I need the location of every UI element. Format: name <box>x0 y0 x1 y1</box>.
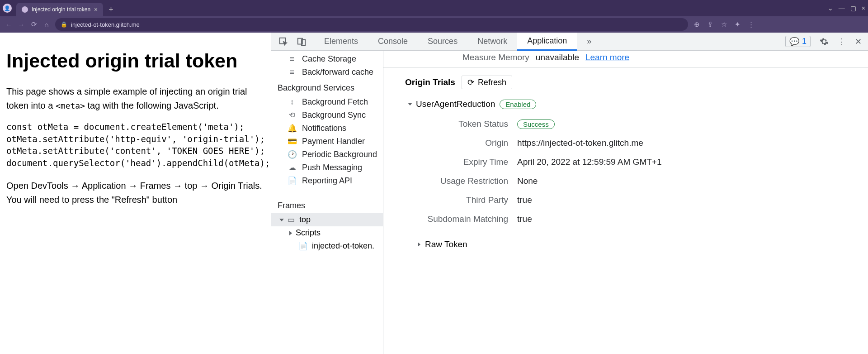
refresh-icon: ⟳ <box>467 77 474 87</box>
sidebar-group-bg: Background Services <box>271 79 383 96</box>
forward-icon[interactable]: → <box>17 21 25 29</box>
triangle-down-icon <box>279 219 284 221</box>
sidebar-label: Back/forward cache <box>302 67 373 77</box>
share-icon[interactable]: ⇪ <box>706 20 714 29</box>
sidebar-label: Payment Handler <box>302 137 365 146</box>
titlebar: 👤 Injected origin trial token × + ⌄ — ▢ … <box>0 0 868 16</box>
sidebar-label: Reporting API <box>302 176 352 186</box>
omnibox[interactable]: 🔒 injected-ot-token.glitch.me <box>55 18 688 31</box>
learn-more-link[interactable]: Learn more <box>585 53 629 62</box>
sidebar-label: Push Messaging <box>302 163 362 172</box>
close-devtools-icon[interactable]: ✕ <box>855 37 862 47</box>
back-icon[interactable]: ← <box>5 21 13 29</box>
subdomain-label: Subdomain Matching <box>409 214 517 224</box>
page-content: Injected origin trial token This page sh… <box>0 33 271 354</box>
home-icon[interactable]: ⌂ <box>42 21 51 29</box>
menu-icon[interactable]: ⋮ <box>747 20 755 29</box>
sidebar-bg-fetch[interactable]: ↕Background Fetch <box>271 96 383 109</box>
tab-sources[interactable]: Sources <box>418 33 467 50</box>
triangle-right-icon <box>289 231 292 235</box>
sidebar-label: Cache Storage <box>302 54 356 64</box>
sidebar-label: Background Sync <box>302 110 366 120</box>
window-controls: ⌄ — ▢ × <box>828 5 865 12</box>
sidebar-notifications[interactable]: 🔔Notifications <box>271 122 383 135</box>
tab-application[interactable]: Application <box>517 33 577 51</box>
origin-label: Origin <box>409 138 517 148</box>
application-sidebar: ≡Cache Storage ≡Back/forward cache Backg… <box>271 51 383 354</box>
intro-text-2: tag with the following JavaScript. <box>85 100 219 110</box>
triangle-down-icon <box>408 103 412 105</box>
sidebar-file[interactable]: 📄 injected-ot-token. <box>271 239 383 253</box>
sidebar-label: Periodic Background <box>302 150 377 159</box>
clock-icon: 🕑 <box>288 150 297 159</box>
origin-trials-heading: Origin Trials <box>405 77 455 87</box>
device-toggle-icon[interactable] <box>297 37 307 47</box>
gear-icon[interactable] <box>820 37 829 46</box>
trial-row[interactable]: UserAgentReduction Enabled <box>383 92 868 114</box>
browser-tab[interactable]: Injected origin trial token × <box>16 3 103 16</box>
kebab-icon[interactable]: ⋮ <box>838 37 846 47</box>
new-tab-button[interactable]: + <box>108 5 113 14</box>
usage-value: None <box>517 176 538 186</box>
file-icon: 📄 <box>298 241 307 251</box>
tab-network[interactable]: Network <box>467 33 517 50</box>
devtools-tabbar: Elements Console Sources Network Applica… <box>271 33 868 51</box>
application-main: Measure Memory unavailable Learn more Or… <box>383 51 868 354</box>
close-tab-icon[interactable]: × <box>94 6 98 13</box>
issues-button[interactable]: 💬 1 <box>785 36 811 47</box>
trial-name: UserAgentReduction <box>416 99 495 109</box>
cloud-icon: ☁ <box>288 163 297 172</box>
sidebar-scripts[interactable]: Scripts <box>271 226 383 239</box>
raw-token-label: Raw Token <box>425 239 467 249</box>
usage-label: Usage Restriction <box>409 176 517 186</box>
card-icon: 💳 <box>288 137 297 146</box>
meta-code: <meta> <box>56 101 85 110</box>
code-block: const otMeta = document.createElement('m… <box>6 121 264 169</box>
chevron-down-icon[interactable]: ⌄ <box>828 5 833 12</box>
sidebar-label: Background Fetch <box>302 97 368 107</box>
bookmark-icon[interactable]: ☆ <box>720 20 728 29</box>
database-icon: ≡ <box>288 68 297 77</box>
maximize-icon[interactable]: ▢ <box>850 5 856 12</box>
sidebar-reporting[interactable]: 📄Reporting API <box>271 174 383 187</box>
lock-icon: 🔒 <box>61 21 67 28</box>
sidebar-periodic[interactable]: 🕑Periodic Background <box>271 148 383 161</box>
sidebar-label: Notifications <box>302 124 346 133</box>
sidebar-bf-cache[interactable]: ≡Back/forward cache <box>271 66 383 79</box>
origin-value: https://injected-ot-token.glitch.me <box>517 138 643 148</box>
expiry-value: April 20, 2022 at 12:59:59 AM GMT+1 <box>517 157 662 167</box>
mm-label: Measure Memory <box>462 53 529 62</box>
sidebar-label: Scripts <box>296 228 321 238</box>
token-status-badge: Success <box>517 120 555 129</box>
refresh-button[interactable]: ⟳ Refresh <box>462 76 512 89</box>
tab-elements[interactable]: Elements <box>314 33 368 50</box>
trial-details: Token Status Success Origin https://inje… <box>383 114 868 233</box>
close-window-icon[interactable]: × <box>862 5 865 12</box>
tabs-overflow[interactable]: » <box>577 33 601 50</box>
tab-console[interactable]: Console <box>368 33 418 50</box>
bell-icon: 🔔 <box>288 124 297 133</box>
issues-icon: 💬 <box>789 37 799 47</box>
instructions: Open DevTools → Application → Frames → t… <box>6 179 264 207</box>
refresh-label: Refresh <box>478 78 506 87</box>
minimize-icon[interactable]: — <box>839 5 845 12</box>
sidebar-cache-storage[interactable]: ≡Cache Storage <box>271 53 383 66</box>
extensions-icon[interactable]: ✦ <box>733 20 741 29</box>
reload-icon[interactable]: ⟳ <box>30 20 38 29</box>
intro-paragraph: This page shows a simple example of inje… <box>6 85 264 113</box>
file-icon: 📄 <box>288 176 297 186</box>
profile-avatar[interactable]: 👤 <box>3 4 12 13</box>
page-title: Injected origin trial token <box>6 50 264 72</box>
sidebar-payment[interactable]: 💳Payment Handler <box>271 135 383 148</box>
sidebar-bg-sync[interactable]: ⟲Background Sync <box>271 109 383 122</box>
sidebar-push[interactable]: ☁Push Messaging <box>271 161 383 174</box>
third-party-label: Third Party <box>409 195 517 205</box>
mm-value: unavailable <box>536 53 579 62</box>
sidebar-group-frames: Frames <box>271 196 383 213</box>
sidebar-frame-top[interactable]: ▭ top <box>271 213 383 226</box>
raw-token-row[interactable]: Raw Token <box>383 233 868 254</box>
sidebar-label: injected-ot-token. <box>312 241 374 251</box>
triangle-right-icon <box>418 242 420 247</box>
inspect-icon[interactable] <box>278 37 288 47</box>
zoom-icon[interactable]: ⊕ <box>693 20 701 29</box>
